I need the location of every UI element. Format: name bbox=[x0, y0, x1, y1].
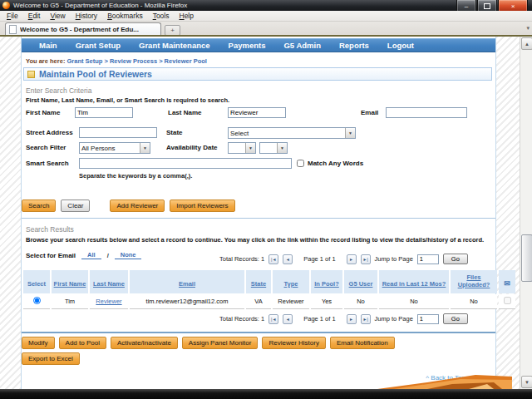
scroll-down-icon[interactable]: ▼ bbox=[521, 376, 532, 388]
breadcrumb-prefix: You are here: bbox=[26, 57, 65, 65]
breadcrumb-path[interactable]: Grant Setup > Review Process > Reviewer … bbox=[66, 57, 206, 65]
select-for-email-label: Select for Email bbox=[26, 252, 76, 259]
col-g5-user[interactable]: G5 User bbox=[344, 270, 377, 293]
first-page-button[interactable]: |◄ bbox=[268, 254, 278, 264]
smart-search-field[interactable] bbox=[79, 158, 292, 169]
nav-main[interactable]: Main bbox=[30, 41, 66, 50]
email-field[interactable] bbox=[386, 107, 467, 118]
scroll-up-icon[interactable]: ▲ bbox=[521, 37, 532, 50]
nav-payments[interactable]: Payments bbox=[219, 41, 275, 50]
add-reviewer-button[interactable]: Add Reviewer bbox=[110, 200, 165, 212]
first-name-label: First Name bbox=[26, 109, 60, 116]
assign-panel-monitor-button[interactable]: Assign Panel Monitor bbox=[182, 337, 259, 349]
match-any-words-checkbox[interactable] bbox=[297, 160, 304, 167]
col-in-pool[interactable]: In Pool? bbox=[311, 270, 342, 293]
vertical-scrollbar[interactable]: ▲ ▼ bbox=[520, 37, 532, 389]
select-none-link[interactable]: None bbox=[115, 251, 142, 259]
last-page-button[interactable]: ►| bbox=[361, 314, 371, 324]
menu-history[interactable]: History bbox=[71, 12, 102, 20]
state-label: State bbox=[166, 129, 183, 136]
maximize-icon bbox=[484, 3, 490, 9]
cell-state: VA bbox=[246, 294, 271, 309]
results-instructions: Browse your search results below and sel… bbox=[26, 236, 491, 244]
cell-last-name: Reviewer bbox=[90, 294, 128, 309]
last-name-link[interactable]: Reviewer bbox=[96, 298, 121, 305]
modify-button[interactable]: Modify bbox=[22, 337, 55, 349]
cell-first-name: Tim bbox=[52, 294, 88, 309]
menu-bar: File Edit View History Bookmarks Tools H… bbox=[0, 11, 532, 22]
nav-grant-setup[interactable]: Grant Setup bbox=[66, 41, 130, 50]
list-tabs-icon[interactable]: ▾ bbox=[526, 25, 530, 32]
menu-help[interactable]: Help bbox=[174, 12, 198, 20]
col-type[interactable]: Type bbox=[273, 270, 309, 293]
last-name-label: Last Name bbox=[168, 109, 201, 116]
search-button[interactable]: Search bbox=[22, 200, 56, 212]
col-email[interactable]: Email bbox=[130, 270, 244, 293]
search-filter-label: Search Filter bbox=[26, 144, 66, 151]
search-filter-selected-value: All Persons bbox=[80, 145, 140, 152]
search-results-heading: Search Results bbox=[26, 225, 74, 234]
last-page-button[interactable]: ►| bbox=[361, 254, 371, 264]
availability-year-select[interactable]: ▼ bbox=[259, 142, 288, 154]
menu-view[interactable]: View bbox=[45, 12, 70, 20]
row-select-radio[interactable] bbox=[33, 297, 41, 304]
street-address-field[interactable] bbox=[79, 127, 157, 138]
add-to-pool-button[interactable]: Add to Pool bbox=[59, 337, 106, 349]
nav-logout[interactable]: Logout bbox=[378, 41, 423, 50]
page-indicator: Page 1 of 1 bbox=[297, 315, 342, 323]
next-page-button[interactable]: ► bbox=[347, 254, 357, 264]
first-name-field[interactable] bbox=[75, 107, 133, 118]
col-state[interactable]: State bbox=[246, 270, 271, 293]
window-title: Welcome to G5 - Department of Education … bbox=[13, 2, 187, 9]
row-email-checkbox[interactable] bbox=[504, 297, 511, 304]
cell-in-pool: Yes bbox=[311, 294, 342, 309]
tab-welcome-g5[interactable]: Welcome to G5 - Department of Edu... bbox=[5, 22, 161, 35]
tab-title: Welcome to G5 - Department of Edu... bbox=[20, 26, 139, 33]
last-name-field[interactable] bbox=[228, 107, 286, 118]
col-read-12-mos[interactable]: Read in Last 12 Mos? bbox=[379, 270, 449, 293]
col-first-name[interactable]: First Name bbox=[52, 270, 88, 293]
page-viewport: Main Grant Setup Grant Maintenance Payme… bbox=[0, 35, 532, 389]
go-button[interactable]: Go bbox=[443, 313, 468, 324]
match-any-words-label: Match Any Words bbox=[308, 160, 363, 167]
prev-page-button[interactable]: ◄ bbox=[283, 314, 293, 324]
first-page-button[interactable]: |◄ bbox=[268, 314, 278, 324]
reviewer-history-button[interactable]: Reviewer History bbox=[262, 337, 325, 349]
select-all-link[interactable]: All bbox=[81, 251, 101, 259]
nav-grant-maintenance[interactable]: Grant Maintenance bbox=[130, 41, 219, 50]
menu-bookmarks[interactable]: Bookmarks bbox=[102, 12, 148, 20]
orange-graphic-icon bbox=[377, 374, 512, 389]
menu-file[interactable]: File bbox=[2, 12, 23, 20]
nav-g5-admin[interactable]: G5 Admin bbox=[274, 41, 330, 50]
table-header-row: Select First Name Last Name Email State … bbox=[23, 270, 515, 293]
jump-to-page-input[interactable] bbox=[417, 254, 439, 264]
clear-button[interactable]: Clear bbox=[61, 200, 90, 212]
street-address-label: Street Address bbox=[26, 129, 73, 136]
close-icon: × bbox=[511, 2, 515, 10]
search-filter-select[interactable]: All Persons ▼ bbox=[79, 142, 150, 154]
col-last-name[interactable]: Last Name bbox=[90, 270, 128, 293]
total-records-label: Total Records: 1 bbox=[219, 255, 264, 263]
col-files-uploaded[interactable]: Files Uploaded? bbox=[451, 270, 497, 293]
state-select[interactable]: Select ▼ bbox=[228, 127, 356, 139]
scrollbar-thumb[interactable] bbox=[521, 234, 532, 282]
nav-reports[interactable]: Reports bbox=[330, 41, 378, 50]
prev-page-button[interactable]: ◄ bbox=[283, 254, 293, 264]
col-email-select[interactable]: ✉ bbox=[499, 270, 515, 293]
jump-to-page-input[interactable] bbox=[417, 314, 439, 324]
import-reviewers-button[interactable]: Import Reviewers bbox=[170, 200, 234, 212]
page-title-bar: Maintain Pool of Reviewers bbox=[23, 67, 492, 81]
next-page-button[interactable]: ► bbox=[347, 314, 357, 324]
activate-inactivate-button[interactable]: Activate/Inactivate bbox=[111, 337, 178, 349]
search-criteria-heading: Enter Search Criteria bbox=[26, 86, 91, 95]
email-notification-button[interactable]: Email Notification bbox=[330, 337, 395, 349]
export-to-excel-button[interactable]: Export to Excel bbox=[22, 352, 80, 365]
page-indicator: Page 1 of 1 bbox=[297, 255, 342, 263]
smart-search-hint: Separate the keywords by a comma(,). bbox=[79, 172, 192, 180]
chevron-down-icon: ▼ bbox=[140, 143, 150, 153]
menu-edit[interactable]: Edit bbox=[23, 12, 46, 20]
availability-month-select[interactable]: ▼ bbox=[228, 142, 256, 154]
menu-tools[interactable]: Tools bbox=[148, 12, 175, 20]
go-button[interactable]: Go bbox=[443, 254, 468, 264]
cell-type: Reviewer bbox=[273, 294, 309, 309]
